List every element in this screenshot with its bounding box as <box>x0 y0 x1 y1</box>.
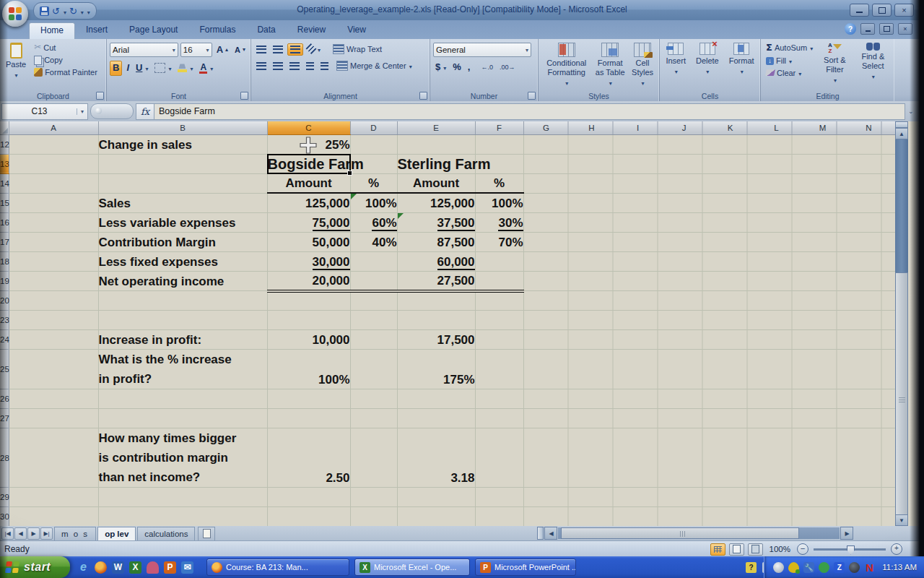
zoom-in-button[interactable]: + <box>891 543 902 555</box>
align-middle-button[interactable] <box>271 44 285 55</box>
increase-decimal-button[interactable]: ←.0 <box>479 62 495 72</box>
row-header-20[interactable]: 20 <box>0 291 9 311</box>
font-dialog-launcher[interactable] <box>240 92 248 100</box>
row-header-30[interactable]: 30 <box>0 507 9 527</box>
cell-C15[interactable]: 125,000 <box>267 193 350 212</box>
col-header-E[interactable]: E <box>397 121 475 134</box>
cell-E14[interactable]: Amount <box>397 173 475 193</box>
expand-formula-bar-icon[interactable]: ⌄ <box>908 108 918 115</box>
scroll-down-icon[interactable]: ▼ <box>895 514 908 526</box>
tab-home[interactable]: Home <box>29 22 75 39</box>
autosum-button[interactable]: ΣAutoSum <box>764 41 815 55</box>
font-color-button[interactable]: A <box>197 61 215 75</box>
cell-E13[interactable]: Sterling Farm <box>397 154 475 173</box>
start-button[interactable]: start <box>0 556 70 578</box>
zoom-out-button[interactable]: – <box>797 543 808 555</box>
row-header-28[interactable]: 28 <box>0 428 9 488</box>
scroll-up-icon[interactable]: ▲ <box>895 128 908 139</box>
normal-view-button[interactable] <box>710 543 725 556</box>
system-tool-icon[interactable]: 🔧 <box>803 562 814 573</box>
close-button[interactable]: × <box>894 4 914 17</box>
cell-F15[interactable]: 100% <box>475 193 523 212</box>
vertical-scrollbar[interactable]: ▲ ▼ <box>895 121 908 526</box>
name-box-dropdown-icon[interactable]: ▾ <box>77 108 87 115</box>
col-header-A[interactable]: A <box>9 121 98 134</box>
word-icon[interactable]: W <box>112 561 124 574</box>
cell-C16[interactable]: 75,000 <box>267 212 350 232</box>
decrease-indent-button[interactable] <box>304 61 316 72</box>
col-header-B[interactable]: B <box>98 121 267 134</box>
cell-E25[interactable]: 175% <box>397 350 475 389</box>
row-header-23[interactable]: 23 <box>0 311 9 330</box>
font-family-select[interactable]: Arial <box>110 43 178 57</box>
format-painter-button[interactable]: Format Painter <box>32 66 100 79</box>
horizontal-split-handle[interactable] <box>537 527 544 540</box>
clock-app-icon[interactable] <box>849 562 860 573</box>
align-center-button[interactable] <box>271 61 285 72</box>
formula-input[interactable]: Bogside Farm <box>154 103 905 120</box>
cell-F16[interactable]: 30% <box>475 212 523 232</box>
clipboard-dialog-launcher[interactable] <box>96 92 104 100</box>
shrink-font-button[interactable]: A▾ <box>232 44 248 56</box>
vertical-split-handle[interactable] <box>895 121 908 128</box>
cell-B18[interactable]: Less fixed expenses <box>98 251 267 271</box>
fill-color-button[interactable] <box>175 62 195 74</box>
comma-style-button[interactable]: , <box>466 61 473 74</box>
row-header-18[interactable]: 18 <box>0 251 9 271</box>
first-sheet-icon[interactable]: |◀ <box>1 527 14 540</box>
cell-C19[interactable]: 20,000 <box>267 271 350 291</box>
row-header-15[interactable]: 15 <box>0 193 9 212</box>
horizontal-scroll-thumb[interactable] <box>561 527 799 539</box>
cell-B16[interactable]: Less variable expenses <box>98 212 267 232</box>
cell-C28[interactable]: 2.50 <box>267 428 350 488</box>
alignment-dialog-launcher[interactable] <box>419 92 427 100</box>
font-size-select[interactable]: 16 <box>180 43 212 57</box>
cell-D15[interactable]: 100% <box>350 193 397 212</box>
row-header-29[interactable]: 29 <box>0 488 9 507</box>
cell-C25[interactable]: 100% <box>267 350 350 389</box>
paste-button[interactable]: Paste <box>3 41 29 81</box>
fill-handle[interactable] <box>347 171 352 176</box>
bold-button[interactable]: B <box>110 61 122 76</box>
underline-button[interactable]: U <box>134 61 150 75</box>
cell-F17[interactable]: 70% <box>475 232 523 251</box>
row-header-16[interactable]: 16 <box>0 212 9 232</box>
zoom-slider[interactable] <box>814 548 886 551</box>
firefox-icon[interactable] <box>95 561 107 574</box>
wrap-text-button[interactable]: Wrap Text <box>331 43 384 56</box>
col-header-D[interactable]: D <box>350 121 397 134</box>
sheet-tab-mos[interactable]: m o s <box>54 527 96 540</box>
restore-button[interactable] <box>872 4 892 17</box>
col-header-F[interactable]: F <box>475 121 523 134</box>
accounting-format-button[interactable]: $ <box>433 61 448 74</box>
sort-filter-button[interactable]: AZ Sort & Filter <box>818 41 851 86</box>
cell-B12[interactable]: Change in sales <box>98 134 267 154</box>
cell-C18[interactable]: 30,000 <box>267 251 350 271</box>
cell-E16[interactable]: 37,500 <box>397 212 475 232</box>
task-button-browser[interactable]: Course: BA 213: Man... <box>206 558 349 576</box>
workbook-minimize-button[interactable] <box>860 23 875 35</box>
prev-sheet-icon[interactable]: ◀ <box>14 527 27 540</box>
insert-cells-button[interactable]: Insert <box>663 41 689 77</box>
cell-E17[interactable]: 87,500 <box>397 232 475 251</box>
cell-C14[interactable]: Amount <box>267 173 350 193</box>
cell-F14[interactable]: % <box>475 173 523 193</box>
decrease-decimal-button[interactable]: .00→ <box>497 62 518 72</box>
last-sheet-icon[interactable]: ▶| <box>40 527 53 540</box>
scroll-right-icon[interactable]: ▶ <box>840 527 853 540</box>
scroll-left-icon[interactable]: ◀ <box>544 527 557 540</box>
tab-review[interactable]: Review <box>287 22 336 39</box>
zoom-level[interactable]: 100% <box>770 545 790 553</box>
workbook-close-button[interactable]: × <box>898 23 912 35</box>
minimize-button[interactable] <box>850 4 869 17</box>
cell-E18[interactable]: 60,000 <box>397 251 475 271</box>
cell-A12[interactable] <box>9 134 98 154</box>
cell-C24[interactable]: 10,000 <box>267 330 350 350</box>
cell-B24[interactable]: Increase in profit: <box>98 330 267 350</box>
page-break-view-button[interactable] <box>748 543 763 556</box>
align-right-button[interactable] <box>287 61 302 72</box>
align-left-button[interactable] <box>254 61 269 72</box>
row-header-27[interactable]: 27 <box>0 409 9 428</box>
orientation-button[interactable] <box>305 43 323 56</box>
sheet-tab-calculations[interactable]: calculations <box>137 527 195 540</box>
